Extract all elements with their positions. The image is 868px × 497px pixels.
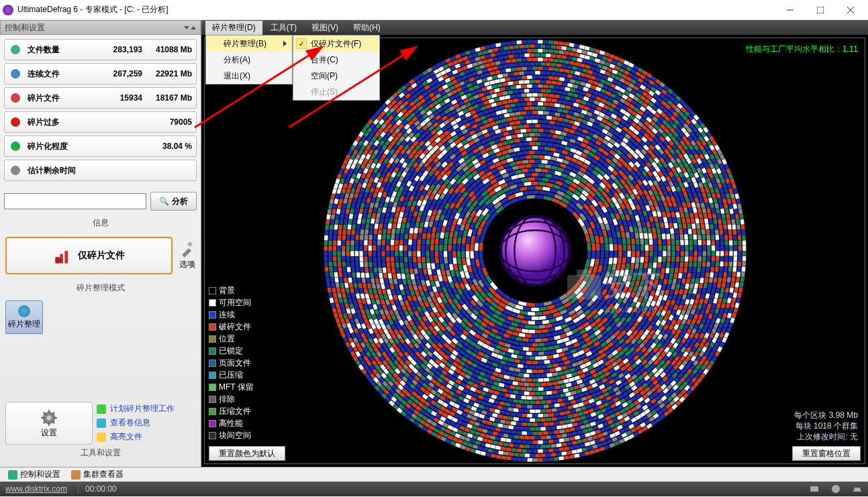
legend-color-box	[209, 323, 216, 331]
svg-point-9	[11, 166, 20, 175]
mode-box[interactable]: 仅碎片文件	[5, 237, 173, 274]
status-url[interactable]: www.disktrix.com	[5, 484, 67, 494]
maximize-button[interactable]	[805, 1, 835, 19]
status-icon	[830, 484, 841, 494]
stat-icon	[9, 91, 22, 105]
performance-ratio: 性能与工厂平均水平相比：1.11	[746, 44, 858, 55]
dropdown-item[interactable]: 碎片整理(B)	[206, 36, 292, 52]
submenu-item[interactable]: 空间(P)	[293, 68, 379, 84]
minimize-button[interactable]	[775, 1, 805, 19]
menu-item[interactable]: 工具(T)	[264, 21, 303, 35]
settings-link[interactable]: 高亮文件	[97, 431, 195, 443]
stat-row[interactable]: 连续文件 267,259 22921 Mb	[4, 63, 197, 85]
stat-label: 碎片文件	[28, 93, 95, 104]
link-icon	[97, 433, 106, 442]
bottom-tab[interactable]: 控制和设置	[3, 467, 66, 482]
legend-row: 破碎文件	[209, 321, 254, 333]
legend-color-box	[209, 384, 216, 391]
stat-row[interactable]: 碎片文件 15934 18167 Mb	[4, 87, 197, 109]
link-icon	[97, 419, 106, 428]
info-block: 每个区块 3.98 Mb 每块 1018 个群集 上次修改时间: 无	[794, 410, 858, 442]
disk-visualization	[320, 36, 750, 465]
collapse-icon[interactable]	[184, 26, 196, 30]
legend-color-box	[209, 360, 216, 367]
legend-color-box	[209, 347, 216, 355]
legend-color-box	[209, 299, 216, 307]
stat-row[interactable]: 估计剩余时间	[4, 160, 197, 181]
status-icon	[852, 484, 863, 494]
legend-row: 高性能	[209, 418, 254, 429]
submenu-arrow-icon	[283, 41, 287, 46]
info-icon	[18, 305, 30, 317]
stat-label: 碎片化程度	[28, 141, 95, 152]
stat-row[interactable]: 文件数量 283,193 41088 Mb	[4, 39, 197, 60]
analyze-button[interactable]: 🔍 分析	[150, 192, 197, 211]
panel-header[interactable]: 控制和设置	[0, 20, 201, 35]
options-button[interactable]: 选项	[179, 241, 195, 270]
stat-label: 文件数量	[28, 44, 95, 56]
dropdown-menu: 碎片整理(B)分析(A)退出(X)	[205, 35, 293, 85]
legend-row: 页面文件	[209, 357, 254, 369]
gear-icon	[40, 408, 58, 427]
magnifier-icon: 🔍	[159, 197, 169, 206]
svg-point-4	[11, 45, 20, 54]
stat-icon	[9, 140, 22, 153]
reset-colors-button[interactable]: 重置颜色为默认	[209, 446, 285, 461]
legend-row: 排除	[209, 394, 254, 405]
reset-pane-button[interactable]: 重置窗格位置	[792, 446, 861, 461]
stat-row[interactable]: 碎片过多 79005	[4, 111, 197, 133]
search-input[interactable]	[4, 193, 146, 209]
stat-value1: 15934	[95, 93, 142, 103]
legend-color-box	[209, 311, 216, 319]
legend-color-box	[209, 408, 216, 415]
stat-value2: 18167 Mb	[145, 93, 192, 103]
svg-rect-1	[817, 7, 824, 13]
settings-button[interactable]: 设置	[5, 402, 93, 445]
close-button[interactable]	[835, 1, 865, 19]
stat-label: 估计剩余时间	[28, 165, 95, 176]
svg-point-6	[11, 93, 20, 103]
mode-section-label: 碎片整理模式	[0, 280, 201, 296]
submenu-item[interactable]: 合并(C)	[293, 52, 379, 68]
menu-item[interactable]: 视图(V)	[305, 21, 345, 35]
legend-row: 压缩文件	[209, 406, 254, 417]
stat-value1: 267,259	[95, 69, 142, 78]
stat-value1: 283,193	[95, 45, 142, 54]
svg-point-8	[11, 142, 20, 151]
legend-row: 可用空间	[209, 297, 254, 309]
menu-item[interactable]: 碎片整理(D)	[205, 21, 262, 35]
tools-icon	[179, 241, 195, 258]
svg-point-13	[55, 257, 61, 263]
defrag-tab-button[interactable]: 碎片整理	[5, 300, 43, 334]
legend-color-box	[209, 287, 216, 294]
app-icon	[3, 5, 13, 15]
legend-row: 背景	[209, 285, 254, 296]
submenu-item[interactable]: ✓仅碎片文件(F)	[293, 36, 379, 52]
stat-icon	[9, 43, 22, 56]
svg-point-34	[832, 485, 840, 493]
dropdown-item[interactable]: 分析(A)	[206, 52, 292, 68]
dropdown-item[interactable]: 退出(X)	[206, 68, 292, 84]
stat-icon	[9, 115, 22, 129]
panel-header-label: 控制和设置	[5, 22, 45, 34]
stat-row[interactable]: 碎片化程度 38.04 %	[4, 135, 197, 157]
status-icon	[809, 484, 820, 494]
options-label: 选项	[179, 259, 195, 270]
bottom-tab[interactable]: 集群查看器	[66, 467, 129, 482]
left-panel: 控制和设置 文件数量 283,193 41088 Mb 连续文件 267,259…	[0, 20, 201, 467]
tab-label: 碎片整理	[8, 319, 40, 330]
settings-label: 设置	[41, 427, 57, 439]
legend-row: 已锁定	[209, 345, 254, 357]
legend-color-box	[209, 396, 216, 403]
disk-canvas[interactable]: 性能与工厂平均水平相比：1.11 安下anxz.com 背景可用空间连续破碎文件…	[204, 38, 865, 464]
tab-icon	[71, 470, 81, 480]
settings-link[interactable]: 计划碎片整理工作	[97, 403, 195, 415]
titlebar: UltimateDefrag 6 - 专家模式 - [C: - 已分析]	[0, 0, 868, 20]
window-title: UltimateDefrag 6 - 专家模式 - [C: - 已分析]	[17, 4, 775, 15]
analyze-label: 分析	[172, 196, 188, 207]
menu-item[interactable]: 帮助(H)	[346, 21, 387, 35]
check-icon: ✓	[296, 38, 307, 49]
stat-value2: 41088 Mb	[145, 45, 192, 54]
stat-value2: 79005	[145, 117, 192, 127]
settings-link[interactable]: 查看卷信息	[97, 417, 195, 429]
